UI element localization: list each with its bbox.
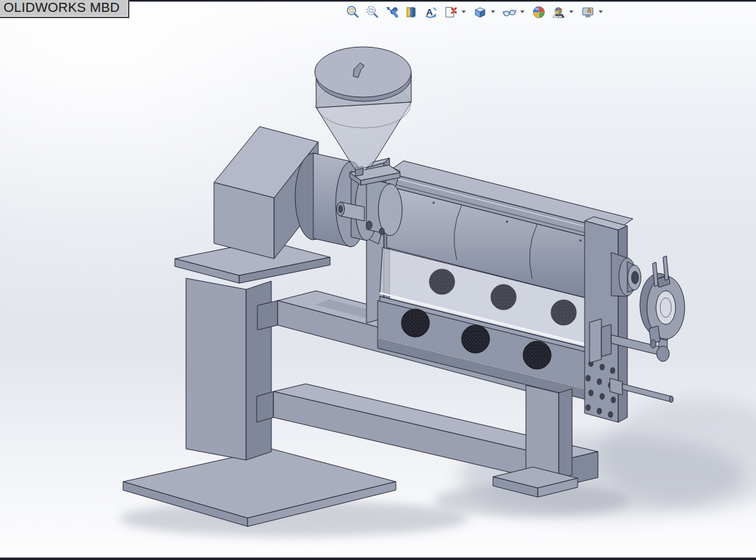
3d-viewport[interactable]: [0, 0, 756, 560]
dropdown-caret[interactable]: [599, 10, 603, 13]
dropdown-caret[interactable]: [491, 10, 495, 13]
vent-hole: [491, 285, 516, 310]
dropdown-caret[interactable]: [462, 10, 466, 13]
solidworks-mbd-tab-label: OLIDWORKS MBD: [3, 0, 120, 15]
support-leg[interactable]: [526, 385, 572, 479]
zoom-to-area-icon: [365, 5, 380, 20]
vent-hole: [401, 309, 429, 337]
edit-appearance-button[interactable]: [530, 3, 547, 20]
zoom-to-fit-button[interactable]: [344, 3, 361, 20]
hopper-lid[interactable]: [315, 47, 411, 97]
vent-hole: [551, 300, 576, 325]
vent-hole: [462, 325, 490, 353]
capture-3d-view-icon: [443, 5, 458, 20]
section-view-button[interactable]: [403, 3, 420, 20]
solidworks-mbd-tab[interactable]: OLIDWORKS MBD: [0, 0, 129, 18]
apply-scene-icon: [551, 5, 566, 20]
apply-scene-button[interactable]: [550, 3, 566, 20]
zoom-to-area-button[interactable]: [364, 3, 380, 20]
dropdown-caret[interactable]: [520, 10, 525, 13]
display-style-cube-icon: [473, 5, 487, 20]
hide-show-items-button[interactable]: [501, 3, 518, 20]
3d-drawing-view-icon: [424, 5, 438, 20]
vent-hole: [523, 341, 551, 369]
previous-view-button[interactable]: [383, 3, 400, 20]
3d-drawing-view-button[interactable]: [422, 3, 439, 20]
eyeglasses-icon: [502, 5, 517, 20]
view-settings-icon: [580, 5, 595, 20]
display-style-button[interactable]: [471, 3, 488, 20]
viewport-border-bottom: [0, 558, 756, 560]
heads-up-toolbar: [344, 3, 606, 21]
section-view-icon: [404, 5, 419, 20]
solidworks-viewport-area[interactable]: A: [0, 0, 756, 560]
appearance-sphere-icon: [532, 5, 546, 20]
previous-view-icon: [385, 5, 399, 20]
dropdown-caret[interactable]: [569, 10, 573, 13]
capture-3d-view-button[interactable]: [442, 3, 459, 20]
view-settings-button[interactable]: [579, 3, 596, 20]
vent-hole: [429, 269, 455, 294]
zoom-to-fit-icon: [345, 5, 360, 20]
